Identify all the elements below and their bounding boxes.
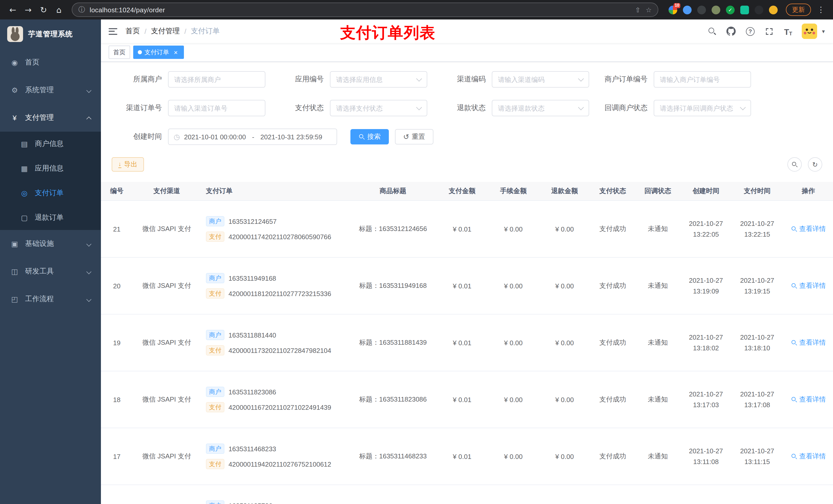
view-detail-link[interactable]: 查看详情 (791, 338, 826, 347)
refund-status-select[interactable] (492, 100, 589, 116)
sidebar-item-home[interactable]: ◉ 首页 (0, 49, 101, 76)
reset-button[interactable]: ↺ 重置 (395, 129, 433, 144)
download-icon: ↓ (118, 161, 121, 168)
github-icon[interactable] (726, 26, 736, 37)
reload-icon[interactable]: ↻ (37, 3, 50, 16)
extension-icon-olive-circle[interactable] (712, 5, 720, 14)
search-icon[interactable] (707, 26, 717, 37)
breadcrumb-home[interactable]: 首页 (125, 27, 140, 36)
user-avatar[interactable] (802, 24, 817, 39)
sidebar-item-system[interactable]: ⚙ 系统管理 (0, 76, 101, 104)
chevron-down-icon (86, 296, 91, 302)
cell-pay-time: 2021-10-2713:17:08 (732, 389, 783, 410)
sidebar-item-payment[interactable]: ¥ 支付管理 (0, 104, 101, 131)
browser-update-button[interactable]: 更新 (786, 4, 811, 16)
extension-icon-green-square[interactable] (740, 5, 749, 14)
app-select-input[interactable] (336, 75, 414, 83)
url-bar[interactable]: ⓘ localhost:1024/pay/order ⇧ ☆ (72, 3, 658, 17)
toggle-search-button[interactable] (787, 157, 802, 172)
app-logo[interactable]: 芋道管理系统 (0, 20, 101, 49)
extension-icon-dark-circle[interactable] (697, 5, 706, 14)
merchant-order-no: 1635311468233 (229, 445, 276, 453)
tab-home[interactable]: 首页 (109, 46, 130, 59)
export-button[interactable]: ↓ 导出 (112, 157, 144, 172)
cell-channel: 微信 JSAPI 支付 (133, 338, 201, 347)
app-select[interactable] (330, 71, 427, 88)
font-size-icon[interactable]: TT (783, 26, 793, 37)
sidebar-item-label: 支付订单 (35, 189, 64, 198)
cell-title: 标题：1635312124656 (349, 224, 436, 234)
extension-icon-pin[interactable] (755, 5, 763, 14)
merchant-order-no: 1635311823086 (229, 388, 276, 396)
merchant-tag: 商户 (206, 443, 224, 454)
merchant-select[interactable] (168, 71, 265, 88)
cell-refund: ¥ 0.00 (539, 396, 590, 403)
sidebar-item-infrastructure[interactable]: ▣ 基础设施 (0, 230, 101, 258)
merchant-order-no-field[interactable] (654, 71, 751, 88)
sidebar-item-pay-order[interactable]: ◎ 支付订单 (0, 181, 101, 206)
merchant-select-input[interactable] (174, 75, 259, 83)
sidebar-item-label: 退款订单 (35, 213, 64, 222)
extension-icon-green-check[interactable]: ✓ (726, 5, 735, 14)
view-detail-link[interactable]: 查看详情 (791, 452, 826, 461)
cell-status: 支付成功 (590, 224, 635, 234)
sidebar: 芋道管理系统 ◉ 首页 ⚙ 系统管理 ¥ 支付管理 ▤ 商户信息 (0, 20, 101, 504)
pay-order-no: 4200001181202110277723215336 (229, 290, 331, 297)
sidebar-item-devtools[interactable]: ◫ 研发工具 (0, 258, 101, 285)
merchant-order-no-input[interactable] (660, 75, 745, 83)
pay-order-no: 4200001194202110276752100612 (229, 460, 331, 468)
cell-notify: 未通知 (635, 224, 680, 234)
sidebar-item-workflow[interactable]: ◰ 工作流程 (0, 285, 101, 313)
screen: ← → ↻ ⌂ ⓘ localhost:1024/pay/order ⇧ ☆ 1… (0, 0, 833, 504)
cell-pay-time: 2021-10-2713:11:15 (732, 446, 783, 467)
cell-amount: ¥ 0.01 (436, 339, 488, 346)
cell-pay-order: 商户1635311881440 支付4200001173202110272847… (201, 314, 349, 371)
view-detail-link[interactable]: 查看详情 (791, 281, 826, 290)
cell-amount: ¥ 0.01 (436, 453, 488, 460)
sidebar-item-app-info[interactable]: ▦ 应用信息 (0, 156, 101, 181)
notify-status-input[interactable] (660, 104, 738, 112)
filter-label-app: 应用编号 (273, 75, 330, 84)
tab-pay-order[interactable]: 支付订单 × (133, 46, 184, 59)
refund-status-input[interactable] (498, 104, 576, 112)
merchant-tag: 商户 (206, 387, 224, 397)
view-detail-link[interactable]: 查看详情 (791, 395, 826, 404)
extension-icon-blue-drop[interactable] (683, 5, 692, 14)
breadcrumb-section[interactable]: 支付管理 (151, 27, 180, 36)
site-info-icon[interactable]: ⓘ (78, 5, 85, 14)
pay-status-select[interactable] (330, 100, 427, 116)
notify-status-select[interactable] (654, 100, 751, 116)
view-detail-link[interactable]: 查看详情 (791, 224, 826, 234)
cell-notify: 未通知 (635, 338, 680, 347)
pay-tag: 支付 (206, 459, 224, 469)
channel-code-select[interactable] (492, 71, 589, 88)
sidebar-item-refund-order[interactable]: ▢ 退款订单 (0, 206, 101, 230)
share-icon[interactable]: ⇧ (635, 6, 641, 14)
channel-code-input[interactable] (498, 75, 576, 83)
search-button[interactable]: 搜索 (351, 129, 389, 144)
channel-order-no-input[interactable] (174, 104, 259, 112)
fullscreen-icon[interactable] (764, 26, 774, 37)
sidebar-toggle-icon[interactable] (109, 28, 117, 34)
pay-status-input[interactable] (336, 104, 414, 112)
refresh-button[interactable]: ↻ (808, 157, 822, 172)
avatar-dropdown-icon[interactable]: ▾ (822, 28, 825, 34)
bookmark-star-icon[interactable]: ☆ (646, 6, 652, 14)
cell-refund: ¥ 0.00 (539, 339, 590, 346)
extension-icon-colorful[interactable]: 10 (669, 5, 677, 14)
cell-create-time: 2021-10-2713:17:03 (680, 389, 732, 410)
close-icon[interactable]: × (172, 49, 179, 56)
browser-home-icon[interactable]: ⌂ (52, 3, 66, 16)
back-icon[interactable]: ← (6, 3, 20, 16)
extension-icon-yellow-face[interactable] (769, 5, 778, 14)
table-row: 18 微信 JSAPI 支付 商户1635311823086 支付4200001… (101, 371, 833, 428)
channel-order-no-field[interactable] (168, 100, 265, 116)
date-range-picker[interactable]: ◷ 2021-10-01 00:00:00 - 2021-10-31 23:59… (168, 128, 337, 145)
browser-menu-icon[interactable]: ⋮ (815, 5, 827, 14)
url-text: localhost:1024/pay/order (90, 6, 630, 14)
help-icon[interactable]: ? (745, 26, 755, 37)
chevron-down-icon (740, 104, 746, 111)
sidebar-item-merchant-info[interactable]: ▤ 商户信息 (0, 131, 101, 156)
forward-icon[interactable]: → (22, 3, 35, 16)
tab-label: 支付订单 (144, 48, 169, 56)
